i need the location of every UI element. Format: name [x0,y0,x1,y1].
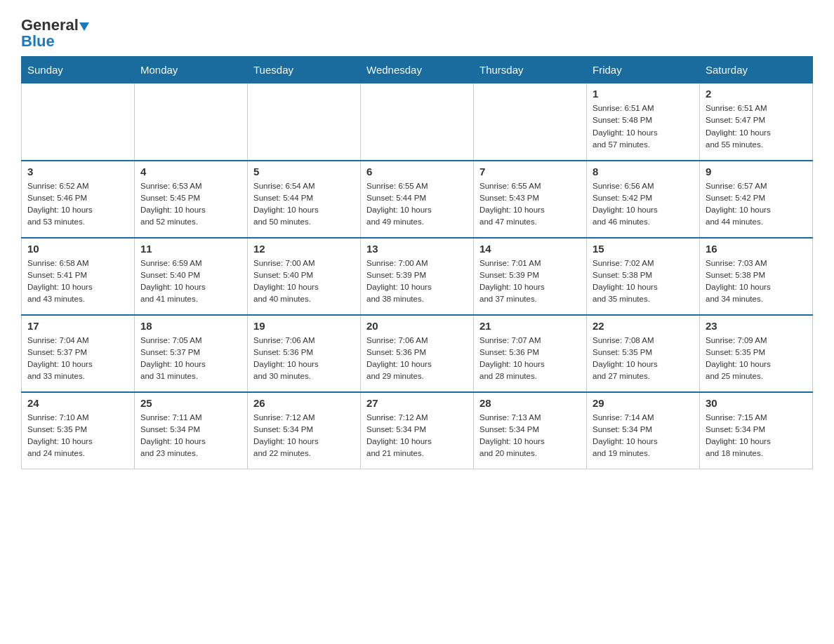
day-info: Sunrise: 7:15 AM Sunset: 5:34 PM Dayligh… [706,412,807,460]
day-number: 20 [366,320,468,332]
day-info: Sunrise: 7:12 AM Sunset: 5:34 PM Dayligh… [366,412,468,460]
calendar-cell: 24Sunrise: 7:10 AM Sunset: 5:35 PM Dayli… [22,392,135,469]
day-number: 7 [479,166,581,177]
day-info: Sunrise: 6:51 AM Sunset: 5:47 PM Dayligh… [706,102,807,151]
calendar-cell: 13Sunrise: 7:00 AM Sunset: 5:39 PM Dayli… [361,238,474,315]
day-number: 1 [593,88,694,100]
calendar-cell: 16Sunrise: 7:03 AM Sunset: 5:38 PM Dayli… [700,238,813,315]
day-number: 22 [593,320,694,332]
day-number: 10 [27,243,128,255]
day-info: Sunrise: 6:52 AM Sunset: 5:46 PM Dayligh… [27,180,128,229]
calendar-cell: 21Sunrise: 7:07 AM Sunset: 5:36 PM Dayli… [474,315,587,392]
calendar-cell: 1Sunrise: 6:51 AM Sunset: 5:48 PM Daylig… [587,83,700,161]
calendar-header-row: SundayMondayTuesdayWednesdayThursdayFrid… [22,57,813,83]
calendar-cell: 30Sunrise: 7:15 AM Sunset: 5:34 PM Dayli… [700,392,813,469]
day-info: Sunrise: 7:02 AM Sunset: 5:38 PM Dayligh… [593,257,694,306]
day-info: Sunrise: 6:54 AM Sunset: 5:44 PM Dayligh… [253,180,355,229]
day-info: Sunrise: 6:55 AM Sunset: 5:43 PM Dayligh… [479,180,581,229]
day-info: Sunrise: 6:58 AM Sunset: 5:41 PM Dayligh… [27,257,128,306]
day-info: Sunrise: 7:07 AM Sunset: 5:36 PM Dayligh… [479,335,581,383]
calendar-header-wednesday: Wednesday [361,57,474,83]
calendar-cell [22,83,135,161]
day-info: Sunrise: 6:56 AM Sunset: 5:42 PM Dayligh… [593,180,694,229]
day-info: Sunrise: 6:57 AM Sunset: 5:42 PM Dayligh… [706,180,807,229]
day-number: 29 [593,397,694,409]
calendar-week-3: 10Sunrise: 6:58 AM Sunset: 5:41 PM Dayli… [22,238,813,315]
day-number: 24 [27,397,128,409]
calendar-cell: 28Sunrise: 7:13 AM Sunset: 5:34 PM Dayli… [474,392,587,469]
calendar-header-monday: Monday [135,57,248,83]
day-info: Sunrise: 7:00 AM Sunset: 5:39 PM Dayligh… [366,257,468,306]
day-number: 15 [593,243,694,255]
calendar-header-saturday: Saturday [700,57,813,83]
calendar-cell: 15Sunrise: 7:02 AM Sunset: 5:38 PM Dayli… [587,238,700,315]
calendar-cell: 23Sunrise: 7:09 AM Sunset: 5:35 PM Dayli… [700,315,813,392]
calendar-cell: 12Sunrise: 7:00 AM Sunset: 5:40 PM Dayli… [248,238,361,315]
day-info: Sunrise: 7:08 AM Sunset: 5:35 PM Dayligh… [593,335,694,383]
day-info: Sunrise: 6:55 AM Sunset: 5:44 PM Dayligh… [366,180,468,229]
day-info: Sunrise: 6:53 AM Sunset: 5:45 PM Dayligh… [140,180,241,229]
calendar-cell: 11Sunrise: 6:59 AM Sunset: 5:40 PM Dayli… [135,238,248,315]
day-number: 27 [366,397,468,409]
day-number: 18 [140,320,241,332]
day-number: 13 [366,243,468,255]
day-info: Sunrise: 7:10 AM Sunset: 5:35 PM Dayligh… [27,412,128,460]
day-number: 5 [253,166,355,177]
day-number: 3 [27,166,128,177]
calendar-cell: 3Sunrise: 6:52 AM Sunset: 5:46 PM Daylig… [22,161,135,238]
day-info: Sunrise: 7:11 AM Sunset: 5:34 PM Dayligh… [140,412,241,460]
day-number: 2 [706,88,807,100]
calendar-cell: 22Sunrise: 7:08 AM Sunset: 5:35 PM Dayli… [587,315,700,392]
calendar-cell: 7Sunrise: 6:55 AM Sunset: 5:43 PM Daylig… [474,161,587,238]
day-info: Sunrise: 7:01 AM Sunset: 5:39 PM Dayligh… [479,257,581,306]
page-header: General Blue [21,14,813,49]
day-number: 26 [253,397,355,409]
day-number: 8 [593,166,694,177]
calendar-cell: 18Sunrise: 7:05 AM Sunset: 5:37 PM Dayli… [135,315,248,392]
calendar-cell: 9Sunrise: 6:57 AM Sunset: 5:42 PM Daylig… [700,161,813,238]
day-info: Sunrise: 6:51 AM Sunset: 5:48 PM Dayligh… [593,102,694,151]
day-number: 6 [366,166,468,177]
calendar-week-5: 24Sunrise: 7:10 AM Sunset: 5:35 PM Dayli… [22,392,813,469]
day-number: 11 [140,243,241,255]
calendar-week-4: 17Sunrise: 7:04 AM Sunset: 5:37 PM Dayli… [22,315,813,392]
day-number: 16 [706,243,807,255]
calendar-cell [135,83,248,161]
logo-general-text: General [21,18,89,34]
day-number: 21 [479,320,581,332]
day-info: Sunrise: 7:00 AM Sunset: 5:40 PM Dayligh… [253,257,355,306]
calendar-cell [361,83,474,161]
day-number: 30 [706,397,807,409]
calendar-cell: 25Sunrise: 7:11 AM Sunset: 5:34 PM Dayli… [135,392,248,469]
day-info: Sunrise: 7:06 AM Sunset: 5:36 PM Dayligh… [366,335,468,383]
calendar-header-friday: Friday [587,57,700,83]
day-info: Sunrise: 7:05 AM Sunset: 5:37 PM Dayligh… [140,335,241,383]
calendar-cell: 2Sunrise: 6:51 AM Sunset: 5:47 PM Daylig… [700,83,813,161]
calendar-header-sunday: Sunday [22,57,135,83]
day-number: 17 [27,320,128,332]
svg-marker-0 [79,22,89,31]
day-number: 25 [140,397,241,409]
day-number: 28 [479,397,581,409]
calendar-cell: 29Sunrise: 7:14 AM Sunset: 5:34 PM Dayli… [587,392,700,469]
day-number: 14 [479,243,581,255]
day-info: Sunrise: 7:04 AM Sunset: 5:37 PM Dayligh… [27,335,128,383]
day-number: 4 [140,166,241,177]
logo-blue-text: Blue [21,34,55,49]
day-number: 9 [706,166,807,177]
day-number: 19 [253,320,355,332]
calendar-cell: 6Sunrise: 6:55 AM Sunset: 5:44 PM Daylig… [361,161,474,238]
day-info: Sunrise: 7:06 AM Sunset: 5:36 PM Dayligh… [253,335,355,383]
day-number: 23 [706,320,807,332]
logo: General Blue [21,14,89,49]
day-info: Sunrise: 6:59 AM Sunset: 5:40 PM Dayligh… [140,257,241,306]
calendar-cell: 4Sunrise: 6:53 AM Sunset: 5:45 PM Daylig… [135,161,248,238]
calendar-cell: 8Sunrise: 6:56 AM Sunset: 5:42 PM Daylig… [587,161,700,238]
day-info: Sunrise: 7:03 AM Sunset: 5:38 PM Dayligh… [706,257,807,306]
calendar-cell: 27Sunrise: 7:12 AM Sunset: 5:34 PM Dayli… [361,392,474,469]
calendar-cell: 5Sunrise: 6:54 AM Sunset: 5:44 PM Daylig… [248,161,361,238]
calendar-cell [474,83,587,161]
day-info: Sunrise: 7:14 AM Sunset: 5:34 PM Dayligh… [593,412,694,460]
calendar-cell: 17Sunrise: 7:04 AM Sunset: 5:37 PM Dayli… [22,315,135,392]
calendar-cell [248,83,361,161]
